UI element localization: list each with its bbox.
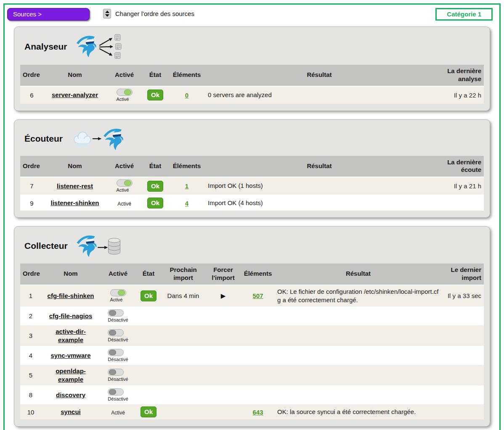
ninja-to-database-icon — [74, 233, 123, 259]
source-name-link[interactable]: listener-rest — [57, 182, 93, 190]
ecouteur-title-row: Écouteur — [20, 125, 484, 156]
source-name-link[interactable]: server-analyzer — [52, 91, 98, 98]
active-toggle[interactable] — [108, 329, 124, 336]
ecouteur-card: Écouteur — [14, 119, 490, 218]
etat-cell — [136, 346, 161, 364]
sources-header-button[interactable]: Sources > — [7, 8, 90, 21]
prochain-import-cell — [161, 386, 205, 404]
elements-cell — [241, 307, 275, 325]
table-row: 2 cfg-file-nagios Désactivé — [20, 307, 484, 325]
status-badge: Ok — [147, 181, 163, 192]
nom-cell: server-analyzer — [43, 86, 106, 104]
source-name-link[interactable]: active-dir-example — [56, 328, 86, 343]
etat-cell — [136, 307, 161, 325]
active-toggle[interactable] — [117, 89, 133, 96]
active-cell: Désactivé — [100, 307, 136, 325]
collecteur-header-row: Ordre Nom Activé État Prochain import Fo… — [20, 264, 484, 285]
elements-link[interactable]: 4 — [185, 200, 188, 207]
ordre-cell: 5 — [20, 364, 41, 386]
active-toggle[interactable] — [108, 388, 124, 396]
toggle-knob — [109, 369, 116, 375]
col-active: Activé — [106, 156, 142, 177]
resultat-cell: Import OK (4 hosts) — [205, 195, 433, 211]
prochain-import-cell — [161, 364, 205, 386]
up-down-stepper-icon[interactable] — [103, 9, 111, 18]
active-cell: Désactivé — [100, 364, 136, 386]
etat-cell: Ok — [142, 195, 168, 211]
play-icon[interactable]: ▶ — [221, 292, 226, 299]
ordre-cell: 1 — [20, 285, 41, 307]
analyseur-title: Analyseur — [24, 42, 67, 52]
resultat-cell — [275, 346, 442, 364]
ordre-cell: 3 — [20, 325, 41, 346]
resultat-cell — [275, 325, 442, 346]
col-last-import: Le dernier import — [442, 264, 484, 285]
etat-cell — [136, 386, 161, 404]
nom-cell: listener-shinken — [43, 195, 106, 211]
up-arrow-icon — [105, 11, 109, 13]
active-toggle[interactable] — [108, 369, 124, 376]
toggle-knob — [109, 330, 116, 335]
elements-link[interactable]: 1 — [185, 182, 188, 190]
source-name-link[interactable]: discovery — [56, 391, 85, 398]
ecouteur-table: Ordre Nom Activé État Éléments Résultat … — [20, 156, 484, 211]
toggle-label: Désactivé — [108, 337, 128, 342]
col-elements: Éléments — [241, 264, 275, 285]
source-name-link[interactable]: listener-shinken — [50, 199, 99, 206]
active-toggle[interactable] — [117, 179, 133, 187]
toggle-label: Désactivé — [108, 357, 128, 362]
last-ecoute-cell: Il y a 21 h — [433, 177, 484, 195]
ordre-cell: 4 — [20, 346, 41, 364]
toggle-knob — [118, 290, 125, 295]
etat-cell — [136, 364, 161, 386]
nom-cell: syncui — [41, 404, 100, 419]
nom-cell: listener-rest — [43, 177, 106, 195]
table-row: 3 active-dir-example Désactivé — [20, 325, 484, 346]
status-badge: Ok — [147, 90, 163, 100]
active-text: Activé — [111, 410, 125, 416]
active-cell: Activé — [100, 285, 136, 307]
elements-link[interactable]: 0 — [185, 92, 188, 99]
cloud-to-ninja-icon — [69, 127, 127, 151]
ordre-cell: 8 — [20, 386, 41, 404]
sources-section: Sources > Changer l'ordre des sources Ca… — [3, 3, 501, 430]
elements-link[interactable]: 643 — [252, 409, 263, 416]
source-name-link[interactable]: cfg-file-nagios — [49, 312, 93, 319]
col-prochain-import: Prochain import — [161, 264, 205, 285]
active-toggle[interactable] — [108, 349, 124, 356]
col-last-ecoute: La dernière écoute — [433, 156, 484, 177]
source-name-link[interactable]: sync-vmware — [50, 352, 90, 359]
forcer-import-cell — [205, 307, 241, 325]
col-active: Activé — [106, 65, 142, 86]
col-elements: Éléments — [168, 156, 205, 177]
nom-cell: discovery — [41, 386, 100, 404]
etat-cell: Ok — [136, 404, 161, 419]
active-toggle[interactable] — [110, 289, 126, 296]
nom-cell: openldap-example — [41, 364, 100, 386]
active-toggle[interactable] — [108, 309, 124, 317]
ecouteur-header-row: Ordre Nom Activé État Éléments Résultat … — [20, 156, 484, 177]
collecteur-title: Collecteur — [24, 241, 68, 251]
last-analyse-cell: Il y a 22 h — [433, 86, 484, 104]
page: Sources > Changer l'ordre des sources Ca… — [0, 0, 504, 430]
toggle-label: Désactivé — [108, 317, 128, 322]
source-name-link[interactable]: syncui — [61, 408, 81, 415]
forcer-import-cell — [205, 404, 241, 419]
col-nom: Nom — [41, 264, 100, 285]
col-etat: État — [136, 264, 161, 285]
col-etat: État — [142, 156, 168, 177]
elements-link[interactable]: 507 — [252, 292, 263, 299]
col-last-analyse: La dernière analyse — [433, 65, 484, 86]
forcer-import-cell — [205, 386, 241, 404]
source-name-link[interactable]: openldap-example — [56, 367, 86, 383]
status-badge: Ok — [147, 198, 163, 208]
toggle-knob — [109, 310, 116, 316]
category-1-button[interactable]: Catégorie 1 — [435, 8, 493, 21]
source-name-link[interactable]: cfg-file-shinken — [48, 292, 94, 299]
resultat-cell — [275, 364, 442, 386]
active-cell: Activé — [106, 195, 142, 211]
last-import-cell — [442, 325, 484, 346]
nom-cell: cfg-file-nagios — [41, 307, 100, 325]
elements-cell: 0 — [168, 86, 205, 104]
last-import-cell — [442, 346, 484, 364]
